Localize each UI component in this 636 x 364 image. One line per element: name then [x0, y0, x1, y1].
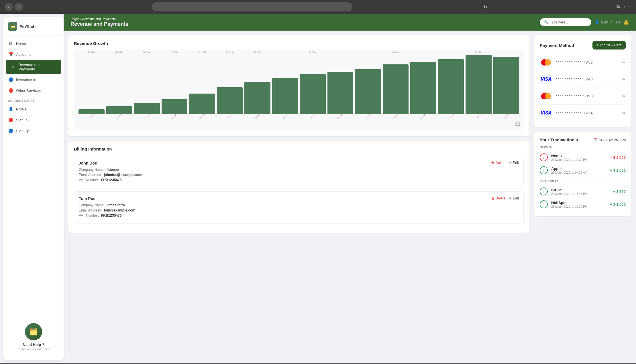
- bar-9: [327, 72, 354, 114]
- transaction-apple: ↑ Apple 27 March 2020, at 04:30 AM + $ 2…: [540, 164, 626, 177]
- tx-icon-hubspot: ↑: [540, 200, 548, 208]
- billing-company-0: Company Name: Internet: [79, 168, 519, 172]
- tx-date-stripe: 26 March 2020, at 13:45 PM: [551, 192, 610, 195]
- address-bar[interactable]: [152, 2, 352, 11]
- trash-icon-1: 🗑: [491, 196, 494, 200]
- account-section-label: ACCOUNT PAGES: [3, 96, 64, 104]
- logo-text: FinTech: [19, 24, 36, 29]
- search-icon: 🔍: [544, 20, 548, 24]
- bar-1: [106, 106, 132, 114]
- gear-icon[interactable]: ⚙: [616, 19, 620, 25]
- tx-icon-stripe: ↑: [540, 187, 548, 195]
- share-icon[interactable]: ↑: [623, 4, 625, 9]
- bell-icon[interactable]: 🔔: [623, 19, 629, 25]
- bar-2: [134, 103, 160, 114]
- bar-wrapper-4: $1.27MQ1 2014: [189, 55, 215, 117]
- billing-email-0: Email Address: johndoe@example.com: [79, 173, 519, 177]
- bar-0: [78, 109, 105, 114]
- page-title: Revenue and Payments: [70, 21, 128, 27]
- bar-wrapper-13: Q2 2016: [438, 55, 464, 117]
- home-icon: 🖥: [8, 41, 13, 46]
- sidebar-item-other-services[interactable]: 🔴 Other Services: [3, 85, 64, 96]
- sidebar: 💳 FinTech 🖥 Home 📅 Accounts ≡ Revenue an…: [3, 17, 64, 360]
- billing-actions-0: 🗑 Delete ✏ Edit: [491, 161, 519, 165]
- card-dots-1: **** **** **** 5248: [556, 77, 593, 81]
- signin-button[interactable]: 👤 Sign In: [595, 20, 613, 24]
- tx-amount-hubspot: + $ 1,000: [610, 202, 626, 207]
- main-content: Pages / Revenue and Payments Revenue and…: [64, 14, 636, 363]
- tx-amount-netflix: - $ 2,500: [611, 155, 626, 160]
- search-input[interactable]: [550, 20, 587, 24]
- tx-icon-apple: ↑: [540, 166, 548, 174]
- transaction-hubspot: ↑ HubSpot 26 March 2020, at 12:30 PM + $…: [540, 198, 626, 211]
- delete-button-0[interactable]: 🗑 Delete: [491, 161, 506, 165]
- bar-label-6: $2.33M: [254, 51, 261, 54]
- new-tab-icon[interactable]: ⧉: [617, 4, 620, 9]
- card-dots-0: **** **** **** 7852: [556, 60, 593, 64]
- bar-label-2: $0.55M: [143, 51, 151, 54]
- bar-12: [410, 62, 436, 114]
- bar-label-14: $5.36M: [475, 51, 482, 54]
- forward-button[interactable]: ›: [15, 3, 23, 11]
- revenue-chart-title: Revenue Growth: [74, 41, 524, 46]
- browser-nav: ‹ ›: [5, 3, 23, 11]
- sidebar-item-accounts[interactable]: 📅 Accounts: [3, 49, 64, 60]
- transactions-header: Your Transaction's 📅 23 - 30 March 2020: [540, 137, 626, 142]
- tx-icon-netflix: ↓: [540, 153, 548, 161]
- sidebar-item-signup[interactable]: 🔵 Sign Up: [3, 125, 64, 136]
- sidebar-item-revenue-label: Revenue and Payments: [18, 63, 57, 71]
- bar-15: [493, 57, 519, 114]
- browser-actions: ⧉ ↑ +: [617, 4, 631, 9]
- bar-wrapper-5: $1.82MQ2 2014: [217, 55, 243, 117]
- bar-10: [355, 69, 381, 114]
- newest-label: NEWEST: [540, 146, 626, 149]
- bar-14: [466, 55, 492, 114]
- payment-method-card: Payment Method + Add New Card: [534, 35, 631, 127]
- payment-left-1: VISA **** **** **** 5248: [540, 75, 593, 84]
- reload-button[interactable]: ↻: [484, 4, 487, 10]
- edit-card-icon-1[interactable]: ✏: [622, 77, 626, 82]
- payment-item-3: VISA **** **** **** 1234 ✏: [540, 105, 626, 121]
- sidebar-item-home[interactable]: 🖥 Home: [3, 38, 64, 49]
- edit-card-icon-2[interactable]: ✏: [622, 94, 626, 98]
- tx-info-apple: Apple 27 March 2020, at 04:30 AM: [551, 167, 606, 174]
- breadcrumb-pages: Pages: [70, 17, 79, 21]
- bar-label-8: $3.15M: [309, 51, 317, 54]
- edit-card-icon-3[interactable]: ✏: [622, 111, 626, 115]
- bar-label-0: $0.18M: [88, 51, 95, 54]
- edit-button-0[interactable]: ✏ Edit: [509, 161, 519, 165]
- payment-header: Payment Method + Add New Card: [540, 41, 626, 50]
- sidebar-item-signin[interactable]: 🔴 Sign In: [3, 114, 64, 125]
- bar-wrapper-14: $5.36MQ3 2016: [466, 55, 492, 117]
- add-card-button[interactable]: + Add New Card: [592, 41, 626, 50]
- tx-amount-apple: + $ 2,000: [610, 168, 626, 173]
- date-range: 📅 23 - 30 March 2020: [593, 138, 626, 142]
- transactions-card: Your Transaction's 📅 23 - 30 March 2020 …: [534, 132, 631, 216]
- sidebar-item-signin-label: Sign In: [16, 118, 28, 122]
- bar-wrapper-2: $0.55MQ3 2013: [134, 55, 160, 117]
- delete-button-1[interactable]: 🗑 Delete: [491, 196, 506, 200]
- signin-icon: 🔴: [8, 117, 13, 122]
- back-button[interactable]: ‹: [5, 3, 13, 11]
- bar-11: [383, 64, 409, 114]
- payment-left-3: VISA **** **** **** 1234: [540, 109, 593, 117]
- breadcrumb-current: Revenue and Payments: [82, 17, 115, 21]
- search-bar[interactable]: 🔍: [540, 18, 591, 26]
- add-icon[interactable]: +: [629, 4, 631, 9]
- bar-6: [244, 82, 270, 114]
- top-header: Pages / Revenue and Payments Revenue and…: [64, 14, 636, 31]
- edit-card-icon-0[interactable]: ✏: [622, 60, 626, 65]
- signup-icon: 🔵: [8, 128, 13, 133]
- visa-logo-1: VISA: [540, 75, 552, 84]
- edit-button-1[interactable]: ✏ Edit: [509, 196, 519, 200]
- sidebar-item-investments[interactable]: 🔵 Investments: [3, 74, 64, 85]
- payment-item-0: **** **** **** 7852 ✏: [540, 54, 626, 71]
- help-icon-img: 🗂️: [25, 323, 42, 340]
- mastercard-logo-2: [540, 92, 552, 100]
- mc-circle2-2: [545, 93, 551, 99]
- header-actions: 🔍 👤 Sign In ⚙ 🔔: [540, 18, 629, 26]
- content-area: Revenue Growth $0.18MQ1 2013$0.34MQ2 201…: [64, 31, 636, 363]
- sidebar-item-revenue[interactable]: ≡ Revenue and Payments: [6, 60, 61, 74]
- sidebar-item-profile[interactable]: 👤 Profile: [3, 104, 64, 114]
- tx-date-apple: 27 March 2020, at 04:30 AM: [551, 171, 606, 174]
